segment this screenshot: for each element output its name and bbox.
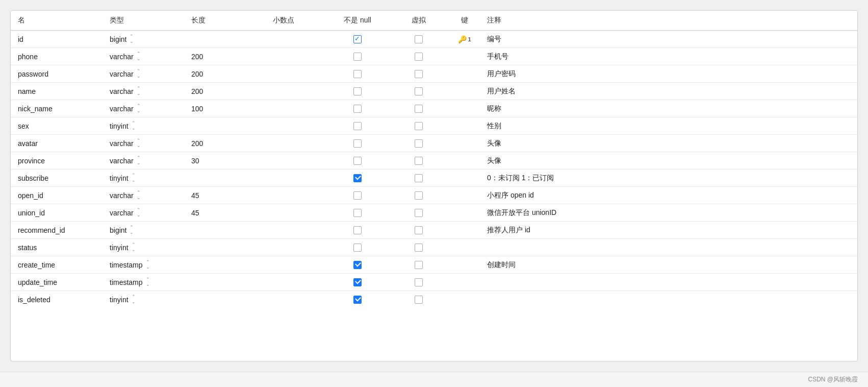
cell-comment: 头像 xyxy=(480,152,857,170)
notnull-checkbox[interactable] xyxy=(353,122,362,130)
virtual-checkbox[interactable] xyxy=(415,139,423,148)
virtual-checkbox[interactable] xyxy=(415,157,423,165)
header-virtual: 虚拟 xyxy=(388,11,449,31)
cell-notnull[interactable] xyxy=(327,239,388,256)
virtual-checkbox[interactable] xyxy=(415,35,423,43)
cell-decimal xyxy=(266,187,327,204)
type-spinner[interactable]: ⌃⌄ xyxy=(132,295,136,304)
type-spinner[interactable]: ⌃⌄ xyxy=(137,138,141,148)
notnull-checkbox[interactable] xyxy=(353,139,362,148)
cell-name: password xyxy=(11,65,103,83)
cell-notnull[interactable] xyxy=(327,117,388,135)
notnull-checkbox[interactable] xyxy=(353,105,362,113)
cell-notnull[interactable] xyxy=(327,135,388,152)
cell-key xyxy=(449,291,480,308)
cell-notnull[interactable] xyxy=(327,100,388,117)
cell-notnull[interactable] xyxy=(327,274,388,291)
virtual-checkbox[interactable] xyxy=(415,87,423,95)
notnull-checkbox[interactable] xyxy=(353,261,362,269)
notnull-checkbox[interactable] xyxy=(353,226,362,234)
notnull-checkbox[interactable] xyxy=(353,87,362,95)
virtual-checkbox[interactable] xyxy=(415,296,423,304)
cell-virtual[interactable] xyxy=(388,291,449,308)
cell-notnull[interactable] xyxy=(327,291,388,308)
cell-notnull[interactable] xyxy=(327,48,388,65)
notnull-checkbox[interactable] xyxy=(353,296,362,304)
cell-virtual[interactable] xyxy=(388,100,449,117)
cell-notnull[interactable] xyxy=(327,65,388,83)
table-row: passwordvarchar⌃⌄200用户密码 xyxy=(11,65,857,83)
cell-virtual[interactable] xyxy=(388,31,449,48)
notnull-checkbox[interactable] xyxy=(353,174,362,182)
notnull-checkbox[interactable] xyxy=(353,157,362,165)
cell-virtual[interactable] xyxy=(388,170,449,187)
virtual-checkbox[interactable] xyxy=(415,209,423,217)
cell-virtual[interactable] xyxy=(388,222,449,239)
virtual-checkbox[interactable] xyxy=(415,122,423,130)
cell-notnull[interactable] xyxy=(327,152,388,170)
type-spinner[interactable]: ⌃⌄ xyxy=(146,277,150,287)
cell-virtual[interactable] xyxy=(388,48,449,65)
type-spinner[interactable]: ⌃⌄ xyxy=(137,208,141,217)
header-decimal: 小数点 xyxy=(266,11,327,31)
virtual-checkbox[interactable] xyxy=(415,53,423,61)
virtual-checkbox[interactable] xyxy=(415,261,423,269)
cell-virtual[interactable] xyxy=(388,256,449,274)
cell-length: 200 xyxy=(184,83,266,100)
cell-virtual[interactable] xyxy=(388,274,449,291)
cell-notnull[interactable] xyxy=(327,187,388,204)
cell-virtual[interactable] xyxy=(388,239,449,256)
virtual-checkbox[interactable] xyxy=(415,70,423,78)
cell-notnull[interactable] xyxy=(327,256,388,274)
notnull-checkbox[interactable] xyxy=(353,35,362,43)
type-spinner[interactable]: ⌃⌄ xyxy=(137,190,141,200)
cell-notnull[interactable] xyxy=(327,31,388,48)
cell-length: 200 xyxy=(184,65,266,83)
notnull-checkbox[interactable] xyxy=(353,278,362,286)
cell-decimal xyxy=(266,48,327,65)
cell-name: id xyxy=(11,31,103,48)
notnull-checkbox[interactable] xyxy=(353,70,362,78)
table-row: statustinyint⌃⌄ xyxy=(11,239,857,256)
cell-notnull[interactable] xyxy=(327,170,388,187)
virtual-checkbox[interactable] xyxy=(415,105,423,113)
virtual-checkbox[interactable] xyxy=(415,244,423,252)
cell-virtual[interactable] xyxy=(388,65,449,83)
virtual-checkbox[interactable] xyxy=(415,226,423,234)
cell-virtual[interactable] xyxy=(388,204,449,222)
cell-virtual[interactable] xyxy=(388,83,449,100)
cell-virtual[interactable] xyxy=(388,135,449,152)
type-spinner[interactable]: ⌃⌄ xyxy=(137,104,141,113)
cell-virtual[interactable] xyxy=(388,187,449,204)
cell-name: name xyxy=(11,83,103,100)
type-spinner[interactable]: ⌃⌄ xyxy=(132,243,136,252)
type-spinner[interactable]: ⌃⌄ xyxy=(132,173,136,183)
type-spinner[interactable]: ⌃⌄ xyxy=(137,156,141,165)
notnull-checkbox[interactable] xyxy=(353,53,362,61)
cell-type: bigint⌃⌄ xyxy=(103,222,184,239)
footer: CSDN @风斩晚霞 xyxy=(0,372,868,387)
virtual-checkbox[interactable] xyxy=(415,191,423,200)
type-spinner[interactable]: ⌃⌄ xyxy=(137,69,141,79)
notnull-checkbox[interactable] xyxy=(353,191,362,200)
type-spinner[interactable]: ⌃⌄ xyxy=(137,52,141,61)
type-spinner[interactable]: ⌃⌄ xyxy=(130,34,134,44)
header-comment: 注释 xyxy=(480,11,857,31)
type-spinner[interactable]: ⌃⌄ xyxy=(146,260,150,270)
cell-notnull[interactable] xyxy=(327,222,388,239)
type-spinner[interactable]: ⌃⌄ xyxy=(137,86,141,96)
cell-notnull[interactable] xyxy=(327,83,388,100)
cell-virtual[interactable] xyxy=(388,117,449,135)
type-spinner[interactable]: ⌃⌄ xyxy=(132,121,136,131)
notnull-checkbox[interactable] xyxy=(353,244,362,252)
cell-key xyxy=(449,135,480,152)
virtual-checkbox[interactable] xyxy=(415,174,423,182)
cell-decimal xyxy=(266,291,327,308)
virtual-checkbox[interactable] xyxy=(415,278,423,286)
type-spinner[interactable]: ⌃⌄ xyxy=(130,225,134,235)
cell-notnull[interactable] xyxy=(327,204,388,222)
cell-comment: 性别 xyxy=(480,117,857,135)
cell-length: 45 xyxy=(184,204,266,222)
notnull-checkbox[interactable] xyxy=(353,209,362,217)
cell-virtual[interactable] xyxy=(388,152,449,170)
